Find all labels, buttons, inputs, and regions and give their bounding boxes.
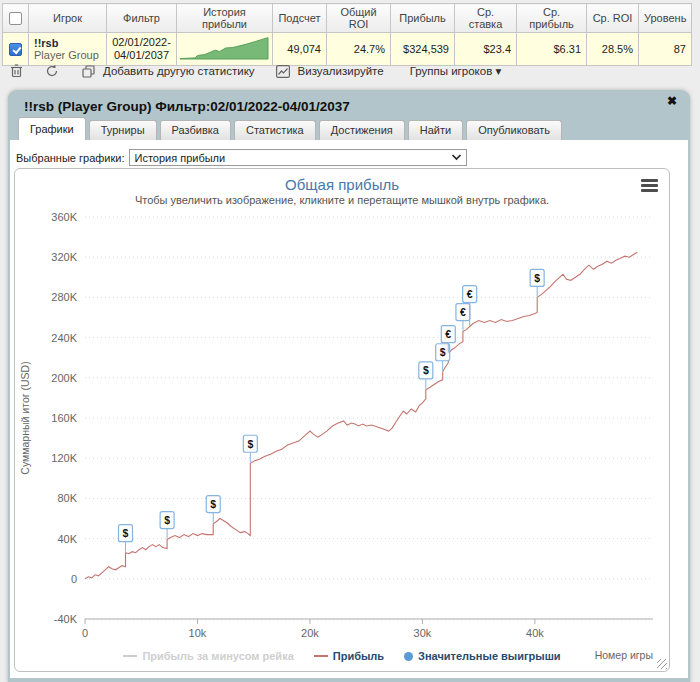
avg-stake-value: $23.4 [455,33,517,66]
tab-publish[interactable]: Опубликовать [466,120,562,140]
visualize-button[interactable]: Визуализируйте [298,65,384,77]
legend-label-profit: Прибыль [333,650,384,662]
svg-text:160K: 160K [51,412,77,424]
filter-cell[interactable]: 02/01/2022- 04/01/2037 [107,33,177,66]
svg-text:200K: 200K [51,372,77,384]
dialog-title: !!rsb (Player Group) Фильтр:02/01/2022-0… [24,99,350,114]
svg-text:80K: 80K [57,492,77,504]
stats-header-row: Игрок Фильтр История прибыли Подсчет Общ… [3,4,692,33]
tab-achievements[interactable]: Достижения [319,120,405,140]
tab-find[interactable]: Найти [408,120,463,140]
copy-icon[interactable] [80,63,96,79]
svg-text:280K: 280K [51,291,77,303]
x-axis-title: Номер игры [595,649,653,661]
chevron-down-icon [451,152,462,163]
chart-type-select[interactable]: История прибыли [129,149,467,166]
row-checkbox[interactable] [9,43,22,56]
svg-text:€: € [467,288,473,300]
chart-legend: Прибыль за минусом рейка Прибыль Значите… [15,650,669,662]
stats-toolbar: Добавить другую статистику Визуализируйт… [8,62,501,80]
svg-text:40K: 40K [57,533,77,545]
player-group-label: Player Group [34,49,101,61]
player-cell[interactable]: !!rsb Player Group [29,33,107,66]
profit-sparkline [179,34,269,62]
player-groups-dropdown[interactable]: Группы игроков ▾ [410,64,502,78]
svg-text:€: € [445,328,451,340]
svg-text:Суммарный итог (USD): Суммарный итог (USD) [19,361,31,474]
select-all-checkbox[interactable] [9,12,22,25]
resize-handle-icon[interactable] [657,659,667,669]
svg-text:10k: 10k [189,627,207,639]
col-avg-roi[interactable]: Ср. ROI [587,4,639,33]
svg-text:$: $ [164,514,170,526]
avg-roi-value: 28.5% [587,33,639,66]
col-total-roi[interactable]: Общий ROI [327,4,391,33]
filter-date-from: 02/01/2022- [112,36,171,49]
col-level[interactable]: Уровень [639,4,692,33]
legend-line-red [314,655,328,657]
svg-text:$: $ [247,438,253,450]
select-all-cell[interactable] [3,4,29,33]
chart-selector-row: Выбранные графики: История прибыли [16,149,467,166]
chart-subtitle: Чтобы увеличить изображение, кликните и … [15,194,669,206]
chart-title: Общая прибыль [15,176,669,193]
level-value: 87 [639,33,692,66]
filter-date-to: 04/01/2037 [112,49,171,62]
legend-item-significant-wins[interactable]: Значительные выигрыши [404,650,561,662]
player-name[interactable]: !!rsb [34,37,101,49]
legend-item-profit-minus-rake[interactable]: Прибыль за минусом рейка [123,650,293,662]
col-filter[interactable]: Фильтр [107,4,177,33]
row-select-cell[interactable] [3,33,29,66]
svg-text:40k: 40k [526,627,544,639]
dialog-content: Выбранные графики: История прибыли Общая… [10,140,688,678]
svg-text:120K: 120K [51,452,77,464]
profit-history-cell[interactable] [177,33,273,66]
legend-label-significant-wins: Значительные выигрыши [418,650,561,662]
col-profit-history[interactable]: История прибыли [177,4,273,33]
legend-dot-blue [404,652,413,661]
svg-text:0: 0 [71,573,77,585]
col-avg-profit[interactable]: Ср. прибыль [517,4,587,33]
svg-text:$: $ [423,364,429,376]
close-icon[interactable]: ✖ [667,94,677,108]
legend-item-profit[interactable]: Прибыль [314,650,384,662]
svg-text:360K: 360K [51,211,77,223]
svg-text:$: $ [440,346,446,358]
selected-charts-label: Выбранные графики: [16,152,124,164]
col-player[interactable]: Игрок [29,4,107,33]
svg-text:0: 0 [82,627,88,639]
chart-panel: Общая прибыль Чтобы увеличить изображени… [14,168,670,672]
dialog-tabs: Графики Турниры Разбивка Статистика Дост… [18,117,562,140]
svg-text:30k: 30k [414,627,432,639]
refresh-icon[interactable] [44,63,60,79]
total-roi-value: 24.7% [327,33,391,66]
legend-line-gray [123,655,137,657]
page: { "stats_table": { "columns": ["Игрок","… [0,0,700,682]
legend-label-profit-minus-rake: Прибыль за минусом рейка [142,650,293,662]
svg-text:$: $ [210,498,216,510]
svg-text:$: $ [534,272,540,284]
svg-text:320K: 320K [51,251,77,263]
player-stats-table: Игрок Фильтр История прибыли Подсчет Общ… [2,3,692,66]
tab-tournaments[interactable]: Турниры [89,120,157,140]
svg-text:240K: 240K [51,332,77,344]
svg-text:-40K: -40K [54,613,78,625]
profit-chart-svg[interactable]: 360K320K280K240K200K160K120K80K40K0-40K0… [15,209,665,645]
svg-text:$: $ [123,527,129,539]
col-avg-stake[interactable]: Ср. ставка [455,4,517,33]
visualize-icon[interactable] [275,63,291,79]
svg-text:€: € [460,306,466,318]
profit-value: $324,539 [391,33,455,66]
player-row: !!rsb Player Group 02/01/2022- 04/01/203… [3,33,692,66]
tab-breakdown[interactable]: Разбивка [160,120,231,140]
col-profit[interactable]: Прибыль [391,4,455,33]
delete-icon[interactable] [8,63,24,79]
tab-statistics[interactable]: Статистика [234,120,316,140]
chart-type-select-value: История прибыли [134,152,225,164]
add-statistic-button[interactable]: Добавить другую статистику [103,65,255,77]
col-count[interactable]: Подсчет [273,4,327,33]
player-group-dialog: !!rsb (Player Group) Фильтр:02/01/2022-0… [8,90,690,682]
chart-menu-icon[interactable] [641,179,658,192]
avg-profit-value: $6.31 [517,33,587,66]
tab-charts[interactable]: Графики [18,117,86,140]
